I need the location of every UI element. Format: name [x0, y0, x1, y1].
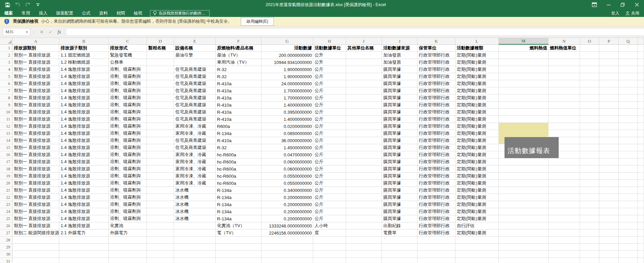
share-button[interactable]: 共用: [625, 10, 639, 16]
cell-Q22[interactable]: [619, 194, 638, 201]
row-header-30[interactable]: 30: [0, 251, 13, 258]
cell-J14[interactable]: 購買單據: [382, 137, 417, 144]
cell-I10[interactable]: [346, 109, 382, 116]
cell-N29[interactable]: [549, 244, 580, 251]
cell-B27[interactable]: 2.1 外購電力: [59, 229, 109, 237]
cell-Q16[interactable]: [619, 151, 638, 158]
cell-I30[interactable]: [346, 251, 382, 258]
cell-M29[interactable]: [499, 244, 549, 251]
column-header-D[interactable]: D: [147, 38, 174, 45]
cell-J16[interactable]: 購買單據: [382, 151, 417, 158]
cell-J27[interactable]: 電費單: [382, 229, 417, 237]
cell-O31[interactable]: [580, 258, 599, 263]
cell-H31[interactable]: [313, 258, 346, 263]
cell-Q7[interactable]: [619, 87, 638, 94]
cell-K25[interactable]: 行政管理部行政: [417, 215, 455, 222]
ribbon-tab-4[interactable]: 版面配置: [52, 9, 78, 17]
cell-B11[interactable]: 1.4 逸散排放源: [59, 116, 109, 123]
cell-x2[interactable]: [638, 52, 644, 59]
row-header-23[interactable]: 23: [0, 201, 13, 208]
cell-F29[interactable]: [216, 244, 261, 251]
cell-P20[interactable]: [599, 180, 619, 187]
cell-B25[interactable]: 1.4 逸散排放源: [59, 215, 109, 222]
cell-B12[interactable]: 1.4 逸散排放源: [59, 123, 109, 130]
cell-C14[interactable]: 溶劑、噴霧劑與: [109, 137, 147, 144]
cell-N7[interactable]: [549, 87, 580, 94]
row-header-31[interactable]: 31: [0, 258, 13, 263]
cell-M4[interactable]: [499, 66, 549, 73]
cell-O6[interactable]: [580, 80, 599, 87]
cell-K3[interactable]: 行政管理部行政: [417, 59, 455, 66]
cell-Q4[interactable]: [619, 66, 638, 73]
cell-F3[interactable]: 車用汽油（TV）: [216, 59, 261, 66]
cell-I27[interactable]: [346, 229, 382, 237]
cell-x1[interactable]: [638, 45, 644, 52]
cell-E16[interactable]: 家用冷凍、冷藏: [174, 151, 216, 158]
cell-A27[interactable]: 類別二 能源間接排放源: [13, 229, 59, 237]
cell-O19[interactable]: [580, 173, 599, 180]
cell-B2[interactable]: 1.1 固定燃燒源: [59, 52, 109, 59]
row-header-9[interactable]: 9: [0, 102, 13, 109]
cell-O21[interactable]: [580, 187, 599, 194]
cell-D14[interactable]: [147, 137, 174, 144]
cell-H6[interactable]: 公斤: [313, 80, 346, 87]
cell-J7[interactable]: 購買單據: [382, 87, 417, 94]
cell-L2[interactable]: 定期(間歇)量測: [455, 52, 499, 59]
cell-N13[interactable]: [549, 130, 580, 137]
cell-D28[interactable]: [147, 237, 174, 244]
cell-I31[interactable]: [346, 258, 382, 263]
cell-C29[interactable]: [109, 244, 147, 251]
cell-E27[interactable]: [174, 229, 216, 237]
cell-L27[interactable]: 定期(間歇)量測: [455, 229, 499, 237]
row-header-28[interactable]: 28: [0, 237, 13, 244]
cell-x24[interactable]: [638, 208, 644, 215]
cell-N24[interactable]: [549, 208, 580, 215]
cell-x27[interactable]: [638, 229, 644, 237]
cell-N2[interactable]: [549, 52, 580, 59]
cell-N19[interactable]: [549, 173, 580, 180]
cell-P2[interactable]: [599, 52, 619, 59]
cell-P21[interactable]: [599, 187, 619, 194]
close-button[interactable]: [630, 0, 644, 9]
cell-B30[interactable]: [59, 251, 109, 258]
cell-E17[interactable]: 家用冷凍、冷藏: [174, 158, 216, 166]
column-header-M[interactable]: M: [499, 38, 549, 45]
cell-H29[interactable]: [313, 244, 346, 251]
cell-A22[interactable]: 類別一 直接排放源: [13, 194, 59, 201]
cell-F17[interactable]: hc-R600a: [216, 158, 261, 166]
cell-N31[interactable]: [549, 258, 580, 263]
row-header-19[interactable]: 19: [0, 173, 13, 180]
cell-O17[interactable]: [580, 158, 599, 166]
cell-D9[interactable]: [147, 102, 174, 109]
cell-E23[interactable]: 冰水機: [174, 201, 216, 208]
cell-F8[interactable]: R-410a: [216, 94, 261, 102]
row-header-16[interactable]: 16: [0, 151, 13, 158]
cell-E2[interactable]: 柴油引擎: [174, 52, 216, 59]
cell-N5[interactable]: [549, 73, 580, 80]
cell-B8[interactable]: 1.4 逸散排放源: [59, 94, 109, 102]
cell-P12[interactable]: [599, 123, 619, 130]
cell-x19[interactable]: [638, 173, 644, 180]
cell-C31[interactable]: [109, 258, 147, 263]
cell-M21[interactable]: [499, 187, 549, 194]
cell-Q28[interactable]: [619, 237, 638, 244]
cell-E31[interactable]: [174, 258, 216, 263]
cell-E29[interactable]: [174, 244, 216, 251]
cell-B5[interactable]: 1.4 逸散排放源: [59, 73, 109, 80]
cell-H3[interactable]: 公升: [313, 59, 346, 66]
cell-F30[interactable]: [216, 251, 261, 258]
cell-H12[interactable]: 公斤: [313, 123, 346, 130]
cell-Q20[interactable]: [619, 180, 638, 187]
cell-H24[interactable]: 公斤: [313, 208, 346, 215]
minimize-button[interactable]: [601, 0, 616, 9]
cell-L8[interactable]: 定期(間歇)量測: [455, 94, 499, 102]
cell-B13[interactable]: 1.4 逸散排放源: [59, 130, 109, 137]
cell-C13[interactable]: 溶劑、噴霧劑與: [109, 130, 147, 137]
cell-O28[interactable]: [580, 237, 599, 244]
cell-G3[interactable]: 10944.9341000000: [261, 59, 313, 66]
cell-B7[interactable]: 1.4 逸散排放源: [59, 87, 109, 94]
cell-D11[interactable]: [147, 116, 174, 123]
row-header-27[interactable]: 27: [0, 229, 13, 237]
cell-N8[interactable]: [549, 94, 580, 102]
cell-L5[interactable]: 定期(間歇)量測: [455, 73, 499, 80]
